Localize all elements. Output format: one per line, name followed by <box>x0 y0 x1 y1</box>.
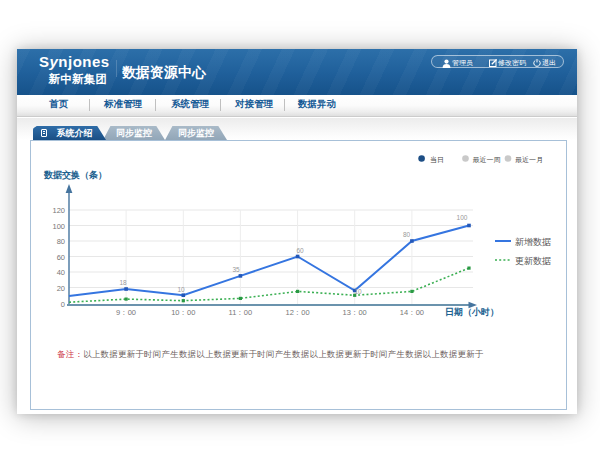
svg-text:80: 80 <box>403 231 411 238</box>
svg-text:10: 10 <box>177 286 185 293</box>
svg-text:数据交换（条）: 数据交换（条） <box>43 170 107 180</box>
svg-text:最近一月: 最近一月 <box>515 156 543 164</box>
svg-text:60: 60 <box>57 253 65 262</box>
svg-text:60: 60 <box>296 247 304 254</box>
svg-text:100: 100 <box>52 222 65 231</box>
svg-text:0: 0 <box>61 300 65 309</box>
svg-text:40: 40 <box>57 268 65 277</box>
svg-text:100: 100 <box>457 214 468 221</box>
svg-text:9：00: 9：00 <box>116 308 136 317</box>
svg-text:35: 35 <box>232 266 240 273</box>
svg-text:20: 20 <box>57 284 65 293</box>
svg-text:120: 120 <box>52 206 65 215</box>
svg-text:13：00: 13：00 <box>343 308 367 317</box>
svg-text:当日: 当日 <box>430 156 444 164</box>
svg-text:12：00: 12：00 <box>286 308 310 317</box>
svg-text:11：00: 11：00 <box>229 308 253 317</box>
svg-text:10：00: 10：00 <box>171 308 195 317</box>
svg-text:80: 80 <box>57 237 65 246</box>
svg-text:14：00: 14：00 <box>400 308 424 317</box>
svg-text:18: 18 <box>119 279 127 286</box>
svg-text:10: 10 <box>354 288 362 295</box>
svg-text:更新数据: 更新数据 <box>515 256 551 266</box>
svg-text:日期（小时）: 日期（小时） <box>445 307 499 317</box>
svg-text:新增数据: 新增数据 <box>515 237 551 247</box>
svg-text:最近一周: 最近一周 <box>473 156 501 163</box>
